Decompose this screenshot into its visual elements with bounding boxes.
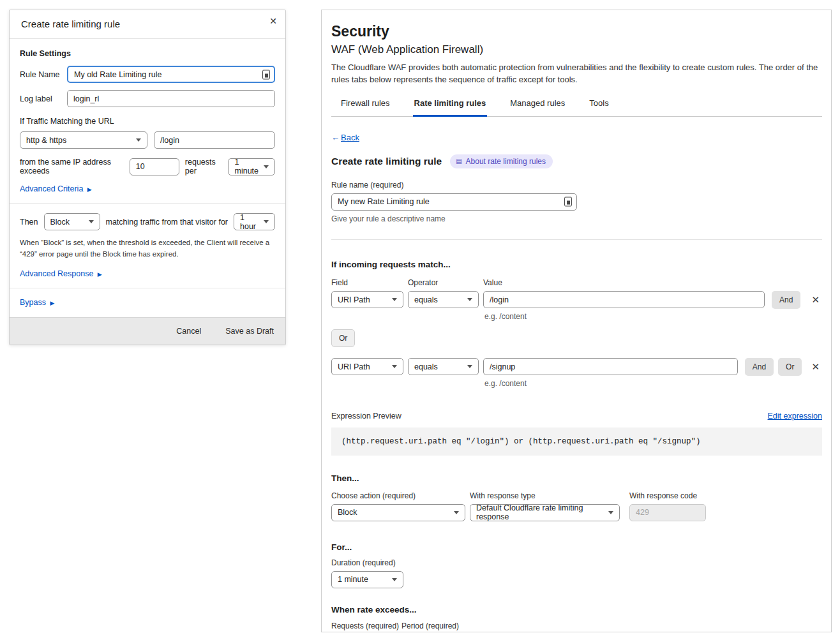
duration-label: Duration (required) [331, 558, 822, 567]
block-note: When “Block” is set, when the threshold … [20, 237, 275, 260]
value-input[interactable] [483, 291, 765, 308]
tab-tools[interactable]: Tools [588, 97, 610, 116]
period-label: Period (required) [401, 621, 459, 630]
rule-name-label: Rule Name [20, 70, 67, 79]
choose-action-label: Choose action (required) [331, 491, 470, 500]
chevron-down-icon [608, 511, 613, 514]
for-heading: For... [331, 542, 822, 552]
value-helper: e.g. /content [484, 312, 822, 321]
dialog-title: Create rate limiting rule [21, 19, 120, 29]
about-rate-limiting-rules-badge[interactable]: ▤ About rate limiting rules [450, 154, 553, 168]
or-condition-button[interactable]: Or [778, 358, 802, 376]
log-label-input[interactable] [67, 90, 275, 107]
field-select[interactable]: URI Path [331, 358, 403, 375]
rule-settings-heading: Rule Settings [20, 49, 275, 58]
url-input[interactable] [154, 131, 275, 149]
autofill-icon [262, 70, 270, 79]
tab-firewall-rules[interactable]: Firewall rules [340, 97, 391, 116]
form-title: Create rate limiting rule [331, 156, 442, 167]
divider [331, 239, 822, 240]
dialog-footer: Cancel Save as Draft [10, 317, 285, 345]
chevron-down-icon [89, 220, 94, 223]
dialog-header: Create rate limiting rule ✕ [10, 10, 285, 39]
autofill-icon [564, 197, 572, 207]
save-as-draft-button[interactable]: Save as Draft [225, 327, 274, 336]
dialog-body: Rule Settings Rule Name Log label If Tra… [10, 39, 285, 307]
traffic-matching-heading: If Traffic Matching the URL [20, 117, 275, 126]
advanced-response-link[interactable]: Advanced Response ▶ [20, 269, 102, 278]
divider [10, 203, 285, 204]
advanced-criteria-link[interactable]: Advanced Criteria ▶ [20, 184, 92, 193]
tab-managed-rules[interactable]: Managed rules [509, 97, 566, 116]
divider [10, 288, 285, 288]
response-type-label: With response type [470, 491, 629, 500]
response-code-label: With response code [629, 491, 697, 500]
or-connector-button[interactable]: Or [331, 329, 355, 347]
field-select[interactable]: URI Path [331, 291, 403, 308]
requests-label: Requests (required) [331, 621, 401, 630]
value-input[interactable] [483, 358, 738, 375]
back-link[interactable]: Back [341, 133, 359, 142]
chevron-down-icon [136, 138, 141, 142]
remove-condition-icon[interactable]: ✕ [809, 293, 822, 307]
tab-rate-limiting-rules[interactable]: Rate limiting rules [413, 97, 488, 117]
cancel-button[interactable]: Cancel [176, 327, 201, 336]
log-label-label: Log label [20, 94, 67, 103]
block-duration-select[interactable]: 1 hour [234, 213, 275, 230]
rule-name-label: Rule name (required) [331, 181, 822, 190]
response-type-select[interactable]: Default Cloudflare rate limiting respons… [470, 504, 620, 521]
then-label: Then [20, 218, 38, 227]
caret-right-icon: ▶ [87, 186, 92, 193]
caret-right-icon: ▶ [98, 271, 102, 278]
chevron-down-icon [392, 578, 397, 581]
back-arrow-icon: ← [331, 133, 340, 142]
security-waf-panel: Security WAF (Web Application Firewall) … [321, 10, 832, 632]
chevron-down-icon [264, 220, 269, 223]
operator-select[interactable]: equals [408, 358, 479, 375]
chevron-down-icon [467, 365, 472, 368]
action-select[interactable]: Block [331, 504, 465, 521]
scheme-select[interactable]: http & https [20, 131, 147, 149]
then-heading: Then... [331, 473, 822, 483]
expression-preview-label: Expression Preview [331, 412, 401, 420]
expression-preview-code: (http.request.uri.path eq "/login") or (… [331, 428, 822, 456]
exceeds-text: from the same IP address exceeds [20, 158, 124, 175]
value-column-label: Value [483, 278, 502, 287]
operator-select[interactable]: equals [408, 291, 479, 308]
rule-name-input[interactable] [331, 193, 577, 211]
action-select[interactable]: Block [44, 213, 100, 230]
page-title: Security [331, 23, 822, 40]
condition-row: URI Path equals And ✕ [331, 291, 822, 309]
rule-name-helper: Give your rule a descriptive name [331, 214, 822, 223]
close-icon[interactable]: ✕ [269, 16, 277, 26]
page-description: The Cloudflare WAF provides both automat… [331, 62, 822, 86]
edit-expression-link[interactable]: Edit expression [768, 412, 822, 420]
chevron-down-icon [454, 511, 459, 514]
condition-row: URI Path equals And Or ✕ [331, 358, 822, 376]
match-heading: If incoming requests match... [331, 260, 822, 269]
matching-traffic-text: matching traffic from that visitor for [106, 218, 229, 227]
remove-condition-icon[interactable]: ✕ [809, 360, 822, 374]
response-code-input [629, 504, 706, 521]
duration-select[interactable]: 1 minute [331, 571, 403, 588]
requests-per-text: requests per [185, 158, 223, 175]
and-condition-button[interactable]: And [772, 291, 800, 309]
rule-name-input[interactable] [67, 66, 275, 83]
chevron-down-icon [467, 298, 472, 301]
document-icon: ▤ [456, 158, 461, 165]
requests-count-input[interactable] [130, 158, 179, 175]
bypass-link[interactable]: Bypass ▶ [20, 298, 54, 307]
and-condition-button[interactable]: And [745, 358, 774, 376]
period-select[interactable]: 1 minute [228, 158, 275, 175]
chevron-down-icon [392, 365, 397, 368]
field-column-label: Field [331, 278, 408, 287]
chevron-down-icon [392, 298, 397, 301]
operator-column-label: Operator [408, 278, 483, 287]
value-helper: e.g. /content [484, 379, 822, 388]
create-rate-limiting-rule-dialog: Create rate limiting rule ✕ Rule Setting… [9, 10, 286, 345]
waf-tabs: Firewall rules Rate limiting rules Manag… [331, 97, 822, 117]
chevron-down-icon [264, 165, 269, 168]
rate-exceeds-heading: When rate exceeds... [331, 605, 822, 614]
caret-right-icon: ▶ [50, 300, 54, 306]
page-subtitle: WAF (Web Application Firewall) [331, 43, 822, 56]
